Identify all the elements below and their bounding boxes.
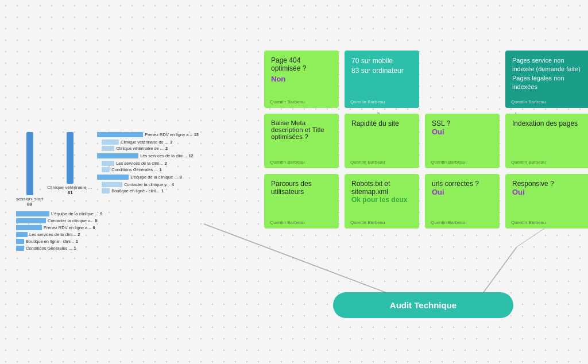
- bottom-boutique-num: 1: [76, 239, 78, 244]
- row-equipe-label: L'équipe de la clinique ...: [130, 175, 177, 180]
- card-responsive: Responsive ? Oui Quentin Barbeau: [505, 174, 588, 229]
- card-mobile-speed: 70 sur mobile83 sur ordinateur Quentin B…: [345, 51, 419, 108]
- card-robots-value: Ok pour les deux: [351, 196, 412, 204]
- card-parcours: Parcours des utilisateurs Quentin Barbea…: [264, 174, 339, 229]
- card-rapidite-title: Rapidité du site: [351, 119, 412, 127]
- card-urls-author: Quentin Barbeau: [431, 220, 466, 225]
- card-robots: Robots.txt et sitemap.xml Ok pour les de…: [345, 174, 419, 229]
- card-urls-value: Oui: [432, 188, 493, 196]
- audit-technique-button[interactable]: Audit Technique: [333, 292, 513, 318]
- card-responsive-title: Responsive ?: [512, 180, 585, 188]
- row-prenez-num: 13: [194, 132, 199, 137]
- bottom-boutique-label: Boutique en ligne - clini...: [26, 239, 74, 244]
- bottom-services-num: 2: [78, 232, 80, 237]
- card-urls-title: urls correctes ?: [432, 180, 493, 188]
- sub-contacter-label: Contacter la clinique y...: [124, 182, 169, 187]
- card-page404-title: Page 404 optimisée ?: [271, 56, 332, 72]
- card-indexation-top: Pages service non indexée (demande faite…: [505, 51, 588, 108]
- card-rapidite-author: Quentin Barbeau: [350, 160, 385, 165]
- card-balise-meta-author: Quentin Barbeau: [270, 160, 305, 165]
- bottom-prenez-label: Prenez RDV en ligne a...: [44, 225, 91, 230]
- bottom-contacter-label: Contacter la clinique v...: [48, 218, 93, 223]
- svg-line-1: [482, 247, 517, 294]
- session-start-value: 88: [27, 202, 32, 207]
- card-mobile-speed-title: 70 sur mobile83 sur ordinateur: [351, 56, 412, 76]
- card-rapidite: Rapidité du site Quentin Barbeau: [345, 114, 419, 168]
- card-indexation-top-title: Pages service non indexée (demande faite…: [512, 56, 585, 92]
- card-responsive-author: Quentin Barbeau: [511, 220, 546, 225]
- card-ssl-value: Oui: [432, 127, 493, 136]
- row-equipe-num: 8: [179, 175, 181, 180]
- card-page404: Page 404 optimisée ? Non Quentin Barbeau: [264, 51, 339, 108]
- clinique-block-value: 61: [68, 190, 73, 195]
- card-page404-value: Non: [271, 75, 332, 83]
- sub-services-label: Les services de la clini...: [116, 161, 163, 166]
- bottom-contacter-num: 8: [95, 218, 97, 223]
- card-indexation-top-author: Quentin Barbeau: [511, 99, 546, 104]
- sub-boutique-label: Boutique en ligne - clini...: [111, 188, 160, 193]
- svg-line-0: [204, 224, 402, 299]
- row-services-label: Les services de la clini...: [140, 153, 187, 158]
- bottom-services-label: Les services de la clini...: [29, 232, 76, 237]
- row-services-num: 12: [188, 153, 193, 158]
- sub-clinique2-label: Clinique vétérinaire de ...: [116, 146, 164, 151]
- bottom-prenez-num: 6: [93, 225, 95, 230]
- card-ssl-title: SSL ?: [432, 119, 493, 127]
- card-parcours-author: Quentin Barbeau: [270, 220, 305, 225]
- card-balise-meta-title: Balise Meta description et Title optimis…: [271, 119, 332, 140]
- sub-conditions-label: Conditions Générales ...: [111, 167, 157, 172]
- card-indexation-title: Indexation des pages: [512, 119, 585, 127]
- left-analytics-panel: session_start 88 Clinique vétérinaire de…: [16, 132, 199, 251]
- bottom-equipe-num: 9: [100, 211, 102, 216]
- sub-conditions-num: 1: [160, 167, 162, 172]
- bottom-conditions-num: 1: [74, 246, 76, 251]
- sub-services-num: 2: [164, 161, 167, 166]
- card-page404-author: Quentin Barbeau: [270, 99, 305, 104]
- card-indexation-author: Quentin Barbeau: [511, 160, 546, 165]
- card-responsive-value: Oui: [512, 188, 585, 196]
- card-robots-author: Quentin Barbeau: [350, 220, 385, 225]
- card-urls: urls correctes ? Oui Quentin Barbeau: [425, 174, 500, 229]
- card-parcours-title: Parcours des utilisateurs: [271, 180, 332, 196]
- card-ssl-author: Quentin Barbeau: [431, 160, 466, 165]
- bottom-conditions-label: Conditions Générales ...: [26, 246, 72, 251]
- card-ssl: SSL ? Oui Quentin Barbeau: [425, 114, 500, 168]
- sub-boutique-num: 1: [161, 188, 164, 193]
- row-prenez-label: Prenez RDV en ligne a...: [145, 132, 192, 137]
- sub-clinique1-num: 3: [170, 140, 172, 145]
- card-indexation: Indexation des pages Quentin Barbeau: [505, 114, 588, 168]
- clinique-block-label: Clinique vétérinaire de ...: [47, 185, 93, 190]
- session-start-label: session_start: [16, 196, 43, 202]
- bottom-equipe-label: L'équipe de la clinique ...: [51, 211, 98, 216]
- card-robots-title: Robots.txt et sitemap.xml: [351, 180, 412, 196]
- sub-contacter-num: 4: [172, 182, 174, 187]
- card-balise-meta: Balise Meta description et Title optimis…: [264, 114, 339, 168]
- sub-clinique2-num: 2: [165, 146, 168, 151]
- card-mobile-speed-author: Quentin Barbeau: [350, 99, 385, 104]
- sub-clinique1-label: Clinique vétérinaire de ...: [121, 140, 168, 145]
